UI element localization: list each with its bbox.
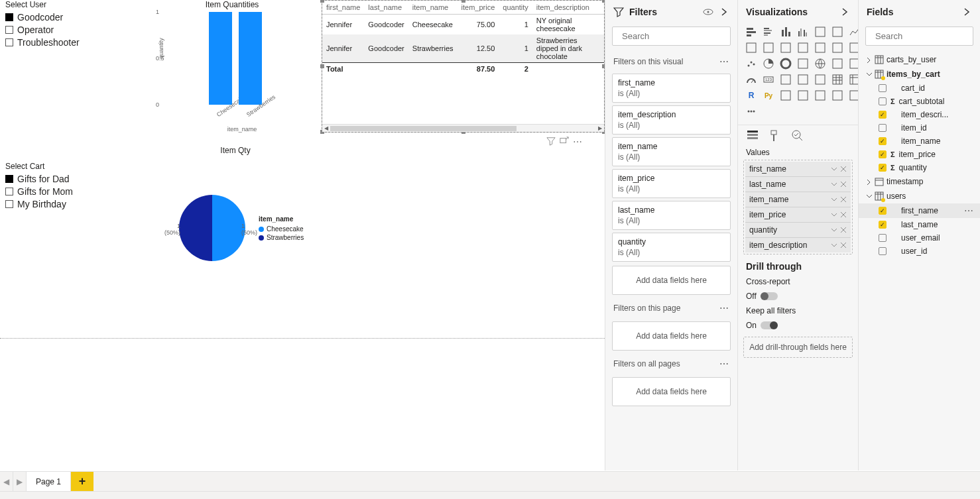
field-more-icon[interactable]: ⋯ <box>964 205 973 216</box>
focus-mode-icon[interactable] <box>560 137 569 146</box>
field-item_price[interactable]: Σitem_price <box>859 148 980 161</box>
table-scroll-bar[interactable]: ◀ ▶ <box>322 124 604 132</box>
values-well[interactable]: first_namelast_nameitem_nameitem_pricequ… <box>743 160 853 254</box>
checkbox-icon[interactable] <box>879 84 887 92</box>
pie-chart[interactable]: Item Qty 1(50%) 1(50%) item_name Cheesec… <box>149 146 322 292</box>
table-node-timestamp[interactable]: timestamp <box>859 174 980 189</box>
chevron-down-icon[interactable] <box>831 227 837 233</box>
filter-card-first_name[interactable]: first_nameis (All) <box>612 74 731 103</box>
chevron-down-icon[interactable] <box>831 242 837 249</box>
viz-type-stacked-area[interactable] <box>762 41 775 54</box>
checkbox-icon[interactable] <box>879 164 887 172</box>
slicer-cart-item-2[interactable]: My Birthday <box>5 199 73 209</box>
checkbox-icon[interactable] <box>879 124 887 132</box>
viz-type-paginated[interactable] <box>831 89 844 102</box>
viz-type-qa[interactable] <box>814 89 827 102</box>
table-node-users[interactable]: users <box>859 189 980 203</box>
chevron-down-icon[interactable] <box>831 211 837 218</box>
chevron-down-icon[interactable] <box>831 166 837 172</box>
slicer-user-item-1[interactable]: Operator <box>5 25 80 35</box>
col-header[interactable]: last_name <box>364 1 408 15</box>
col-header[interactable]: quantity <box>499 1 532 15</box>
viz-type-pie[interactable] <box>762 57 775 70</box>
cross-report-toggle[interactable] <box>761 292 778 300</box>
legend-item-0[interactable]: Cheesecake <box>259 225 304 233</box>
viz-type-line-stacked-column[interactable] <box>779 41 792 54</box>
value-pill-first_name[interactable]: first_name <box>745 162 851 177</box>
viz-type-card[interactable]: 123 <box>762 73 775 86</box>
scroll-right-icon[interactable]: ▶ <box>596 125 604 131</box>
col-header[interactable]: item_description <box>532 1 604 15</box>
collapse-pane-icon[interactable] <box>961 7 972 17</box>
checkbox-icon[interactable] <box>879 221 887 229</box>
checkbox-icon[interactable] <box>879 234 887 242</box>
drill-through-drop[interactable]: Add drill-through fields here <box>743 337 853 358</box>
checkbox-icon[interactable] <box>879 247 887 255</box>
viz-type-filled-map[interactable] <box>831 57 844 70</box>
keep-filters-toggle[interactable] <box>761 321 778 329</box>
page-prev-icon[interactable]: ◀ <box>0 472 13 491</box>
viz-type-treemap[interactable] <box>796 57 810 70</box>
filter-card-item_name[interactable]: item_nameis (All) <box>612 137 731 166</box>
chevron-down-icon[interactable] <box>831 181 837 188</box>
table-row[interactable]: JenniferGoodcoderCheesecake75.001NY orig… <box>322 15 604 35</box>
section-more-icon[interactable]: ⋯ <box>719 303 729 313</box>
viz-type-100-stacked-column[interactable] <box>831 25 844 38</box>
viz-type-clustered-bar[interactable] <box>762 25 775 38</box>
more-options-icon[interactable]: ⋯ <box>573 137 582 146</box>
remove-icon[interactable] <box>840 181 847 188</box>
field-first_name[interactable]: first_name⋯ <box>859 203 980 218</box>
collapse-pane-icon[interactable] <box>839 7 850 17</box>
viz-type-gauge[interactable] <box>745 73 758 86</box>
fields-tab-icon[interactable] <box>746 129 759 142</box>
viz-type-decomposition-tree[interactable] <box>796 89 810 102</box>
remove-icon[interactable] <box>840 166 847 172</box>
checkbox-icon[interactable] <box>879 150 887 158</box>
format-tab-icon[interactable] <box>768 129 782 142</box>
viz-type-ribbon[interactable] <box>814 41 827 54</box>
viz-type-key-influencers[interactable] <box>779 89 792 102</box>
viz-type-r-visual[interactable]: R <box>745 89 758 102</box>
filter-all-drop[interactable]: Add data fields here <box>612 377 731 406</box>
viz-type-clustered-column[interactable] <box>796 25 810 38</box>
collapse-pane-icon[interactable] <box>719 7 729 17</box>
viz-type-waterfall[interactable] <box>831 41 844 54</box>
remove-icon[interactable] <box>840 196 847 203</box>
remove-icon[interactable] <box>840 227 847 233</box>
col-header[interactable]: item_price <box>458 1 499 15</box>
checkbox-icon[interactable] <box>879 137 887 145</box>
bar-1[interactable]: Strawberries <box>239 12 262 105</box>
viz-type-multi-row-card[interactable] <box>779 73 792 86</box>
filter-card-quantity[interactable]: quantityis (All) <box>612 233 731 262</box>
viz-type-donut[interactable] <box>779 57 792 70</box>
viz-type-100-stacked-bar[interactable] <box>814 25 827 38</box>
checkbox-icon[interactable] <box>879 97 887 105</box>
value-pill-item_price[interactable]: item_price <box>745 207 851 223</box>
viz-type-python-visual[interactable]: Py <box>762 89 775 102</box>
remove-icon[interactable] <box>840 242 847 249</box>
section-more-icon[interactable]: ⋯ <box>719 56 729 67</box>
field-item_descri...[interactable]: item_descri... <box>859 108 980 121</box>
viz-type-slicer[interactable] <box>814 73 827 86</box>
filter-visual-drop[interactable]: Add data fields here <box>612 266 731 295</box>
remove-icon[interactable] <box>840 211 847 218</box>
filter-icon[interactable] <box>546 137 556 146</box>
slicer-cart-item-0[interactable]: Gifts for Dad <box>5 174 73 184</box>
slicer-user-item-0[interactable]: Goodcoder <box>5 12 80 23</box>
viz-type-line-clustered-column[interactable] <box>796 41 810 54</box>
bar-chart[interactable]: Item Quantities 1 0.5 0 quantity Cheesec… <box>149 0 315 139</box>
analytics-tab-icon[interactable] <box>791 129 804 142</box>
filter-search[interactable] <box>612 27 731 46</box>
value-pill-quantity[interactable]: quantity <box>745 223 851 238</box>
slicer-user-item-2[interactable]: Troubleshooter <box>5 37 80 48</box>
value-pill-item_name[interactable]: item_name <box>745 192 851 207</box>
viz-type-stacked-bar[interactable] <box>745 25 758 38</box>
table-row[interactable]: JenniferGoodcoderStrawberries12.501Straw… <box>322 34 604 63</box>
field-cart_id[interactable]: cart_id <box>859 82 980 95</box>
value-pill-last_name[interactable]: last_name <box>745 177 851 192</box>
viz-type-stacked-column[interactable] <box>779 25 792 38</box>
legend-item-1[interactable]: Strawberries <box>259 234 304 241</box>
filter-card-item_description[interactable]: item_descriptionis (All) <box>612 105 731 135</box>
page-tab-1[interactable]: Page 1 <box>27 472 71 491</box>
field-item_id[interactable]: item_id <box>859 121 980 135</box>
